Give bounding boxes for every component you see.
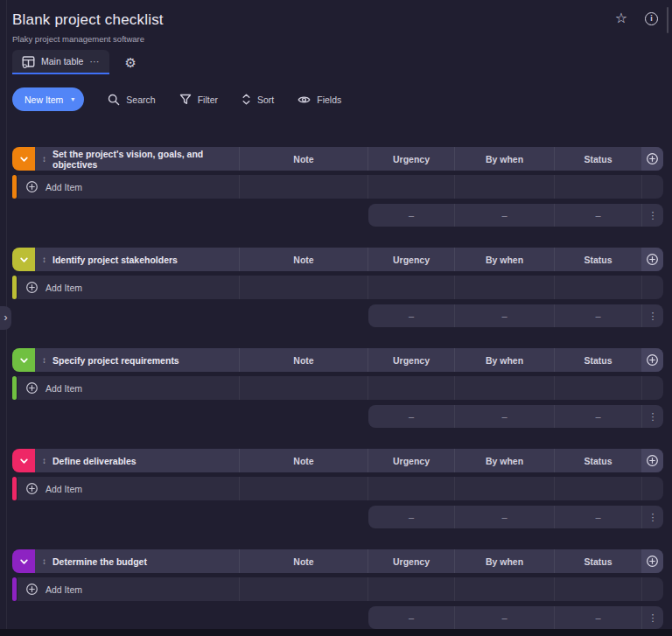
empty-cell-end	[641, 577, 663, 601]
tab-options-icon[interactable]: ⋯	[89, 56, 100, 67]
drag-handle-icon[interactable]: ↕	[42, 356, 46, 365]
column-header-by-when[interactable]: By when	[454, 348, 554, 372]
add-column-button[interactable]	[641, 348, 663, 372]
column-header-status[interactable]: Status	[554, 449, 641, 472]
column-header-note[interactable]: Note	[239, 147, 368, 171]
column-header-by-when[interactable]: By when	[454, 248, 554, 271]
group-summary-row: – – – ⋮	[368, 506, 663, 528]
horizontal-scrollbar-track[interactable]	[0, 629, 672, 636]
add-item-row-bar: Add Item	[18, 175, 663, 199]
group-collapse-button[interactable]	[12, 348, 35, 372]
sidebar-expand-handle[interactable]: ›	[0, 306, 11, 330]
add-item-button[interactable]: Add Item	[18, 577, 239, 601]
group-title-cell[interactable]: ↕ Specify project requirements	[35, 348, 239, 372]
empty-cell-note[interactable]	[239, 577, 368, 601]
empty-cell-note[interactable]	[239, 376, 368, 400]
column-header-status[interactable]: Status	[554, 248, 641, 271]
empty-cell-status[interactable]	[554, 376, 641, 400]
empty-cell-urgency[interactable]	[368, 376, 454, 400]
group-title-cell[interactable]: ↕ Set the project's vision, goals, and o…	[35, 147, 239, 171]
column-header-status[interactable]: Status	[554, 348, 641, 372]
group-section: ↕ Define deliverables Note Urgency By wh…	[12, 449, 663, 528]
fields-eye-icon	[298, 94, 311, 105]
drag-handle-icon[interactable]: ↕	[42, 155, 46, 164]
add-item-button[interactable]: Add Item	[18, 376, 239, 400]
add-column-button[interactable]	[641, 549, 663, 573]
fields-button[interactable]: Fields	[298, 94, 341, 105]
drag-handle-icon[interactable]: ↕	[42, 255, 46, 264]
filter-button[interactable]: Filter	[179, 94, 218, 105]
empty-cell-by-when[interactable]	[454, 577, 554, 601]
column-header-urgency[interactable]: Urgency	[368, 348, 454, 372]
search-button[interactable]: Search	[108, 94, 155, 106]
drag-handle-icon[interactable]: ↕	[42, 457, 46, 465]
empty-cell-by-when[interactable]	[454, 175, 554, 199]
group-title-cell[interactable]: ↕ Determine the budget	[35, 549, 239, 573]
summary-by-when: –	[454, 405, 554, 428]
column-header-note[interactable]: Note	[239, 348, 368, 372]
add-item-plus-icon	[25, 180, 38, 193]
group-header-row: ↕ Set the project's vision, goals, and o…	[12, 147, 663, 171]
new-item-button[interactable]: New Item ▾	[12, 87, 84, 111]
empty-cell-urgency[interactable]	[368, 477, 454, 500]
info-button[interactable]: i	[645, 12, 658, 25]
group-header-bar: ↕ Identify project stakeholders Note Urg…	[35, 248, 663, 271]
add-item-button[interactable]: Add Item	[18, 276, 239, 299]
empty-cell-urgency[interactable]	[368, 577, 454, 601]
group-section: ↕ Determine the budget Note Urgency By w…	[12, 549, 663, 629]
empty-cell-note[interactable]	[239, 477, 368, 500]
column-header-urgency[interactable]: Urgency	[368, 147, 454, 171]
empty-cell-status[interactable]	[554, 175, 641, 199]
board-settings-gear-icon[interactable]: ⚙	[124, 56, 136, 69]
drag-handle-icon[interactable]: ↕	[42, 557, 46, 566]
sort-button[interactable]: Sort	[242, 94, 274, 105]
star-favorite-button[interactable]: ☆	[615, 11, 627, 25]
group-title: Define deliverables	[52, 456, 136, 466]
column-header-note[interactable]: Note	[239, 248, 368, 271]
empty-cell-by-when[interactable]	[454, 477, 554, 500]
add-column-button[interactable]	[641, 248, 663, 271]
group-title-cell[interactable]: ↕ Identify project stakeholders	[35, 248, 239, 271]
empty-cell-status[interactable]	[554, 477, 641, 500]
add-item-button[interactable]: Add Item	[18, 175, 239, 199]
table-view-icon	[22, 55, 35, 68]
group-collapse-button[interactable]	[12, 449, 35, 472]
column-header-status[interactable]: Status	[554, 147, 641, 171]
group-title-cell[interactable]: ↕ Define deliverables	[35, 449, 239, 472]
column-header-status[interactable]: Status	[554, 549, 641, 573]
summary-menu-icon[interactable]: ⋮	[641, 405, 663, 428]
summary-menu-icon[interactable]: ⋮	[641, 506, 663, 528]
empty-cell-status[interactable]	[554, 577, 641, 601]
group-collapse-button[interactable]	[12, 248, 35, 271]
group-section: ↕ Specify project requirements Note Urge…	[12, 348, 663, 428]
column-header-urgency[interactable]: Urgency	[368, 549, 454, 573]
empty-cell-urgency[interactable]	[368, 175, 454, 199]
new-item-dropdown-caret-icon[interactable]: ▾	[71, 95, 74, 103]
empty-cell-by-when[interactable]	[454, 276, 554, 299]
group-header-bar: ↕ Define deliverables Note Urgency By wh…	[35, 449, 663, 472]
summary-menu-icon[interactable]: ⋮	[641, 204, 663, 227]
add-item-button[interactable]: Add Item	[18, 477, 239, 500]
column-header-note[interactable]: Note	[239, 549, 368, 573]
empty-cell-urgency[interactable]	[368, 276, 454, 299]
group-collapse-button[interactable]	[12, 147, 35, 171]
empty-cell-note[interactable]	[239, 175, 368, 199]
add-column-button[interactable]	[641, 147, 663, 171]
tab-main-table[interactable]: Main table ⋯	[12, 50, 109, 74]
summary-menu-icon[interactable]: ⋮	[641, 304, 663, 327]
empty-cell-status[interactable]	[554, 276, 641, 299]
column-header-urgency[interactable]: Urgency	[368, 449, 454, 472]
vertical-scrollbar-thumb[interactable]	[667, 7, 668, 33]
column-header-urgency[interactable]: Urgency	[368, 248, 454, 271]
column-header-by-when[interactable]: By when	[454, 147, 554, 171]
empty-cell-by-when[interactable]	[454, 376, 554, 400]
project-header: Blank project checklist Plaky project ma…	[0, 0, 672, 44]
summary-menu-icon[interactable]: ⋮	[641, 606, 663, 629]
column-header-by-when[interactable]: By when	[454, 549, 554, 573]
empty-cell-note[interactable]	[239, 276, 368, 299]
add-column-button[interactable]	[641, 449, 663, 472]
tab-label: Main table	[41, 56, 83, 66]
column-header-note[interactable]: Note	[239, 449, 368, 472]
column-header-by-when[interactable]: By when	[454, 449, 554, 472]
group-collapse-button[interactable]	[12, 549, 35, 573]
